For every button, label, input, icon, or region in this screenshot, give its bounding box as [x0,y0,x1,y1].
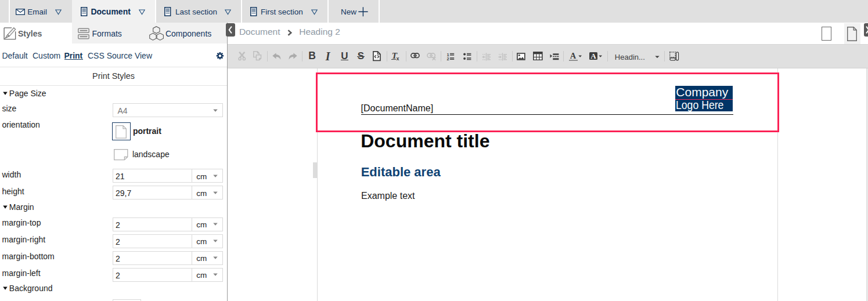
svg-text:2: 2 [447,56,449,61]
